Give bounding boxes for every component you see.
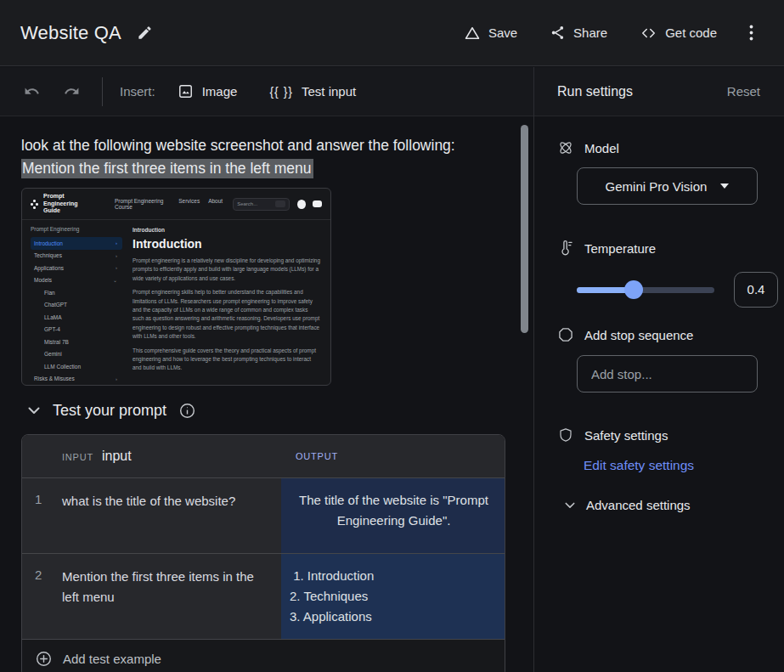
chevron-right-icon: › (116, 376, 117, 381)
output-cell[interactable]: The title of the website is "Prompt Engi… (281, 478, 505, 553)
ws-main-content: Introduction Introduction Prompt enginee… (129, 220, 330, 386)
chevron-right-icon: › (116, 265, 117, 270)
page-title: Website QA (20, 22, 121, 44)
discord-icon (313, 200, 322, 207)
ws-nav: Prompt Engineering Course Services About (115, 198, 223, 210)
code-icon (640, 25, 657, 41)
ws-body: Prompt Engineering Introduction› Techniq… (22, 220, 330, 386)
row-number: 2 (22, 554, 62, 639)
chevron-down-icon (564, 502, 576, 509)
prompt-image-website-screenshot[interactable]: Prompt Engineering Guide Prompt Engineer… (21, 188, 331, 386)
edit-title-button[interactable] (137, 25, 153, 41)
share-button[interactable]: Share (550, 25, 607, 41)
insert-label: Insert: (120, 84, 155, 99)
ws-paragraph: This comprehensive guide covers the theo… (133, 347, 320, 373)
vertical-scrollbar[interactable] (521, 125, 528, 333)
ws-page-heading: Introduction (133, 237, 320, 251)
app-window: Website QA Save Share (0, 0, 784, 672)
ws-nav-item: About (208, 198, 223, 210)
ws-sidebar-item: Flan (31, 286, 122, 299)
editor-toolbar: Insert: Image {{ }} Test input (0, 67, 533, 116)
chevron-down-icon (28, 407, 40, 415)
run-settings-header: Run settings Reset (534, 67, 784, 116)
ws-sidebar-item: Papers (31, 385, 122, 386)
table-row: 1 what is the title of the website? The … (22, 478, 505, 553)
ws-breadcrumb: Introduction (133, 227, 320, 233)
github-icon (297, 200, 306, 209)
plus-circle-icon (36, 651, 52, 667)
temperature-slider[interactable] (577, 280, 714, 299)
chevron-right-icon: › (116, 240, 117, 246)
test-prompt-title: Test your prompt (53, 402, 166, 420)
braces-icon: {{ }} (269, 85, 293, 99)
input-column-header: input (102, 449, 132, 464)
test-input-chip[interactable]: Mention the first three items in the lef… (21, 159, 313, 178)
output-column-header: OUTPUT (281, 451, 338, 461)
ws-nav-item: Prompt Engineering Course (115, 198, 170, 210)
thermometer-icon (557, 240, 574, 257)
chevron-down-icon: ⌄ (113, 277, 117, 283)
prompt-line-1[interactable]: look at the following website screenshot… (21, 134, 512, 157)
ws-header: Prompt Engineering Guide Prompt Engineer… (22, 189, 330, 220)
insert-test-input-button[interactable]: {{ }} Test input (259, 77, 366, 105)
temperature-slider-row: 0.4 (577, 272, 784, 308)
insert-image-button[interactable]: Image (167, 76, 248, 106)
main-editor-area: Insert: Image {{ }} Test input look at t… (0, 67, 533, 672)
redo-button[interactable] (52, 76, 92, 106)
top-bar: Website QA Save Share (0, 0, 784, 66)
topbar-actions: Save Share Get code (464, 25, 764, 42)
caret-down-icon (720, 184, 729, 189)
input-cell[interactable]: Mention the first three items in the lef… (62, 554, 281, 639)
advanced-settings-toggle[interactable]: Advanced settings (534, 498, 784, 512)
model-dropdown-value: Gemini Pro Vision (606, 179, 708, 194)
save-drive-icon (464, 25, 481, 42)
info-icon[interactable] (179, 403, 195, 419)
model-orbit-icon (557, 139, 574, 156)
undo-button[interactable] (12, 76, 52, 106)
ws-sidebar-item: GPT-4 (31, 324, 122, 336)
ws-sidebar-item: Risks & Misuses› (31, 373, 122, 386)
ws-sidebar-item: Introduction› (31, 237, 122, 250)
run-settings-panel: Run settings Reset Model Gemini Pro Visi… (533, 67, 784, 672)
get-code-button[interactable]: Get code (640, 25, 717, 41)
input-cell[interactable]: what is the title of the website? (62, 478, 281, 553)
test-prompt-section-header[interactable]: Test your prompt (28, 402, 533, 420)
model-section-label: Model (534, 139, 784, 156)
prompt-editor[interactable]: look at the following website screenshot… (21, 134, 512, 180)
add-test-example-button[interactable]: Add test example (22, 639, 505, 672)
image-icon (178, 83, 194, 99)
input-column-tag: INPUT (62, 452, 93, 462)
pencil-icon (137, 25, 153, 41)
ws-paragraph: Prompt engineering skills help to better… (133, 288, 320, 341)
model-dropdown[interactable]: Gemini Pro Vision (577, 167, 758, 205)
share-icon (550, 25, 566, 41)
ws-sidebar: Prompt Engineering Introduction› Techniq… (22, 220, 129, 386)
output-cell[interactable]: 1. Introduction 2. Techniques 3. Applica… (281, 554, 505, 639)
ws-sidebar-item: Models⌄ (31, 274, 122, 287)
table-header-row: INPUT input OUTPUT (22, 435, 505, 478)
octagon-stop-icon (557, 326, 574, 343)
test-examples-table: INPUT input OUTPUT 1 what is the title o… (21, 434, 505, 672)
ws-search-box: Search... (233, 198, 290, 211)
edit-safety-settings-link[interactable]: Edit safety settings (584, 458, 694, 473)
run-settings-title: Run settings (557, 84, 633, 99)
temperature-value-input[interactable]: 0.4 (734, 272, 778, 308)
reset-button[interactable]: Reset (727, 84, 760, 99)
ws-sidebar-item: Gemini (31, 348, 122, 361)
ws-sidebar-item: ChatGPT (31, 299, 122, 312)
save-button[interactable]: Save (464, 25, 517, 42)
add-stop-input[interactable] (577, 355, 758, 392)
ws-shortcut-badge (275, 200, 285, 207)
ws-nav-item: Services (178, 198, 200, 210)
slider-thumb[interactable] (624, 280, 643, 299)
ws-sidebar-item: LLaMA (31, 311, 122, 324)
more-options-button[interactable] (749, 25, 753, 41)
temperature-section-label: Temperature (534, 240, 784, 257)
ws-paragraph: Prompt engineering is a relatively new d… (133, 257, 320, 283)
chevron-right-icon: › (116, 253, 117, 258)
toolbar-divider (102, 77, 103, 106)
ws-sidebar-item: LLM Collection (31, 360, 122, 373)
ws-sidebar-item: Techniques› (31, 250, 122, 263)
kebab-menu-icon (749, 25, 753, 41)
ws-sidebar-section: Prompt Engineering (31, 226, 129, 232)
